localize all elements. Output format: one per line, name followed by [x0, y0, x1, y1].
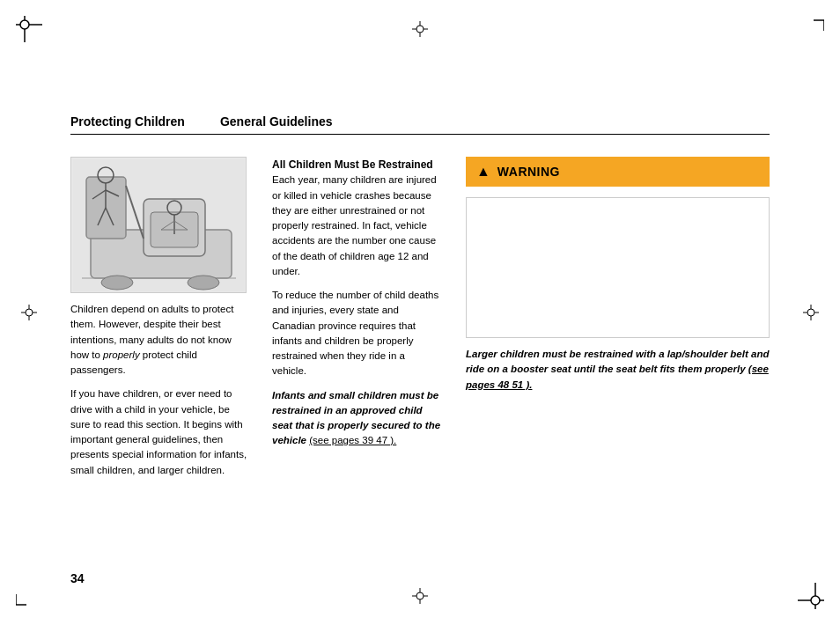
middle-column: All Children Must Be Restrained Each yea… — [260, 157, 453, 555]
left-column: Children depend on adults to protect the… — [70, 157, 260, 555]
crosshair-right — [803, 305, 819, 320]
middle-bold-italic: Infants and small children must be restr… — [272, 388, 441, 449]
page-ref-links: (see pages 39 47 ). — [309, 435, 396, 445]
svg-point-9 — [811, 596, 820, 605]
warning-label: WARNING — [497, 165, 560, 179]
header-title-guidelines: General Guidelines — [220, 114, 333, 129]
corner-mark-bottom-right — [798, 583, 824, 609]
content-area: Children depend on adults to protect the… — [70, 157, 770, 555]
warning-footer-main: Larger children must be restrained with … — [466, 349, 769, 374]
crosshair-left — [21, 305, 37, 320]
corner-mark-top-right — [798, 16, 824, 42]
right-column: ▲ WARNING Larger children must be restra… — [453, 157, 770, 555]
svg-point-14 — [416, 26, 424, 33]
middle-page-refs: (see pages 39 47 ). — [309, 435, 396, 445]
left-para-1: Children depend on adults to protect the… — [70, 302, 249, 378]
crosshair-bottom — [412, 588, 428, 604]
corner-mark-top-left — [16, 16, 42, 42]
svg-point-19 — [416, 592, 424, 599]
middle-para-2: To reduce the number of child deaths and… — [272, 288, 441, 379]
corner-mark-bottom-left — [16, 583, 42, 609]
warning-footer-text: Larger children must be restrained with … — [466, 347, 770, 393]
left-para-2: If you have children, or ever need to dr… — [70, 386, 249, 478]
middle-section-title: All Children Must Be Restrained Each yea… — [272, 157, 441, 279]
header-title-protecting: Protecting Children — [70, 114, 185, 129]
middle-para-1: Each year, many children are injured or … — [272, 174, 437, 276]
left-column-text: Children depend on adults to protect the… — [70, 302, 249, 478]
warning-triangle-icon: ▲ — [476, 164, 490, 180]
child-seat-illustration — [70, 157, 247, 293]
svg-point-0 — [20, 20, 29, 29]
page: Protecting Children General Guidelines — [0, 0, 840, 625]
warning-header-box: ▲ WARNING — [466, 157, 770, 187]
crosshair-top — [412, 21, 428, 37]
svg-point-29 — [807, 309, 814, 316]
left-para-1-italic: properly — [103, 349, 140, 360]
svg-point-52 — [101, 276, 133, 290]
page-number: 34 — [70, 571, 85, 585]
page-header: Protecting Children General Guidelines — [70, 114, 770, 151]
header-titles: Protecting Children General Guidelines — [70, 114, 770, 135]
all-children-title: All Children Must Be Restrained — [272, 158, 433, 171]
svg-point-24 — [26, 309, 33, 316]
svg-point-53 — [188, 276, 219, 290]
middle-column-text: All Children Must Be Restrained Each yea… — [272, 157, 441, 449]
warning-content-box — [466, 197, 770, 338]
